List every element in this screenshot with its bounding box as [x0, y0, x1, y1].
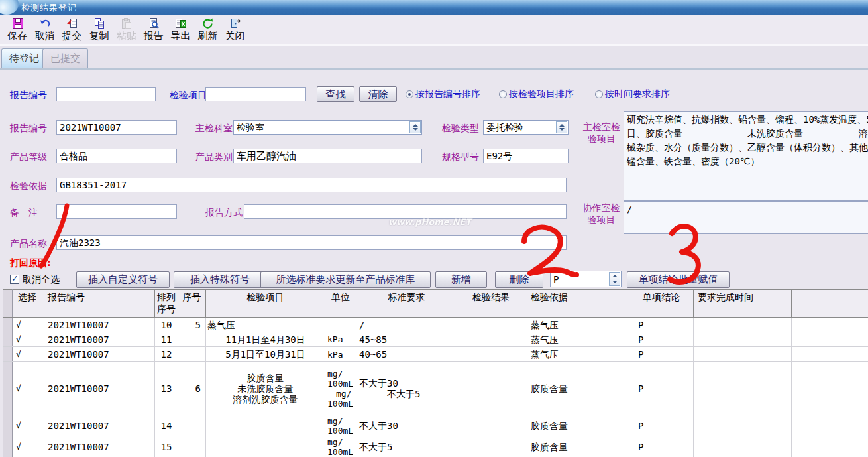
- cell-seq: [178, 436, 206, 457]
- insert-custom-symbol-button[interactable]: 插入自定义符号: [76, 271, 170, 288]
- cell-std: 不大于5: [356, 436, 457, 457]
- column-header[interactable]: 检验项目: [206, 290, 325, 318]
- cell-sel[interactable]: √: [13, 415, 42, 436]
- close-button[interactable]: 关闭: [221, 17, 248, 42]
- table-row[interactable]: √2021WT10007125月1日至10月31日kPa40~65蒸气压P: [3, 347, 868, 362]
- main-dept-label: 主检科室: [195, 123, 233, 135]
- radio-icon: [595, 90, 603, 98]
- cell-concl: P: [629, 318, 694, 332]
- remark-field[interactable]: [56, 204, 177, 219]
- column-header[interactable]: 要求完成时间: [694, 290, 792, 318]
- cell-seq: [178, 332, 206, 347]
- spec-label: 规格型号: [442, 151, 479, 163]
- combo-spinner-icon[interactable]: [556, 121, 567, 133]
- column-header[interactable]: 标准要求: [356, 290, 457, 318]
- column-header[interactable]: 排列序号: [155, 290, 178, 318]
- cell-unit: mg/ 100mL: [325, 415, 356, 436]
- results-table: 选择报告编号排列序号序号检验项目单位标准要求检验结果检验依据单项结论要求完成时间…: [3, 289, 868, 457]
- cell-item: [206, 415, 325, 436]
- delete-button[interactable]: 删除: [495, 271, 543, 288]
- column-header[interactable]: 报告编号: [42, 290, 155, 318]
- sort-by-time-radio[interactable]: 按时间要求排序: [595, 88, 670, 100]
- tab-pending[interactable]: 待登记: [1, 48, 47, 68]
- cell-sel[interactable]: √: [13, 347, 42, 362]
- cell-result: [457, 347, 525, 362]
- row-gutter: [3, 318, 13, 332]
- cell-unit: [325, 318, 356, 332]
- column-header[interactable]: 检验结果: [457, 290, 525, 318]
- cell-report: 2021WT10007: [42, 347, 155, 362]
- report-no-field[interactable]: 2021WT10007: [56, 120, 177, 135]
- cell-sel[interactable]: √: [13, 436, 42, 457]
- table-row[interactable]: √2021WT1000715mg/ 100mL不大于5胶质含量P: [3, 436, 868, 457]
- cell-extra: [792, 436, 868, 457]
- cell-extra: [792, 318, 868, 332]
- refresh-button[interactable]: 刷新: [194, 17, 221, 42]
- row-gutter: [3, 362, 13, 415]
- basis-field[interactable]: GB18351-2017: [56, 178, 567, 192]
- combo-spinner-icon[interactable]: [609, 272, 620, 286]
- table-row[interactable]: √2021WT100071111月1日至4月30日kPa45~85蒸气压P: [3, 332, 868, 347]
- tab-submitted[interactable]: 已提交: [42, 48, 88, 68]
- coop-items-label: 协作室检 验项目: [580, 202, 622, 226]
- reject-reason-label: 打回原因:: [10, 257, 51, 269]
- cell-sel[interactable]: √: [13, 318, 42, 332]
- batch-assign-button[interactable]: 单项结论批量赋值: [627, 271, 730, 288]
- cell-order: 11: [155, 332, 178, 347]
- table-row[interactable]: √2021WT10007105蒸气压/蒸气压P: [3, 318, 868, 332]
- product-name-field[interactable]: 汽油2323: [56, 235, 567, 250]
- cell-std: 不大于30: [356, 415, 457, 436]
- paste-button[interactable]: 粘贴: [113, 17, 140, 42]
- inspect-type-combo[interactable]: 委托检验: [483, 120, 569, 135]
- column-header[interactable]: [792, 290, 868, 318]
- report-button[interactable]: 报告: [140, 17, 167, 42]
- cell-unit: kPa: [325, 347, 356, 362]
- table-row[interactable]: √2021WT1000714mg/ 100mL不大于30胶质含量P: [3, 415, 868, 436]
- cell-basis: 胶质含量: [525, 415, 629, 436]
- column-header[interactable]: 序号: [178, 290, 206, 318]
- find-button[interactable]: 查找: [317, 86, 354, 102]
- cell-order: 10: [155, 318, 178, 332]
- search-item-input[interactable]: [205, 87, 306, 101]
- undo-button[interactable]: 取消: [31, 17, 58, 42]
- row-gutter: [3, 436, 13, 457]
- remark-label: 备 注: [10, 207, 38, 219]
- clear-button[interactable]: 清除: [359, 86, 397, 102]
- column-header[interactable]: 单位: [325, 290, 356, 318]
- copy-button[interactable]: 复制: [85, 17, 113, 42]
- column-header[interactable]: 检验依据: [525, 290, 629, 318]
- cell-order: 12: [155, 347, 178, 362]
- save-button[interactable]: 保存: [4, 17, 31, 42]
- update-standard-button[interactable]: 所选标准要求更新至产品标准库: [260, 271, 431, 288]
- column-header[interactable]: 选择: [13, 290, 42, 318]
- category-field[interactable]: 车用乙醇汽油: [233, 149, 422, 163]
- app-logo-icon: [0, 0, 19, 15]
- submit-button[interactable]: 提交: [58, 17, 85, 42]
- cell-concl: P: [629, 415, 694, 436]
- sort-by-item-radio[interactable]: 按检验项目排序: [499, 88, 574, 100]
- cell-basis: 胶质含量: [525, 436, 629, 457]
- cell-extra: [792, 362, 868, 415]
- add-button[interactable]: 新增: [435, 271, 487, 288]
- cell-item: 蒸气压: [206, 318, 325, 332]
- select-all-checkbox[interactable]: [10, 275, 19, 284]
- cell-result: [457, 436, 525, 457]
- cell-sel[interactable]: √: [13, 362, 42, 415]
- main-items-textarea[interactable]: 研究法辛烷值、抗爆指数、铅含量、馏程、10%蒸发温度、50%蒸 日、胶质含量 未…: [624, 111, 868, 201]
- insert-special-symbol-button[interactable]: 插入特殊符号: [174, 271, 266, 288]
- column-header[interactable]: 单项结论: [629, 290, 694, 318]
- cell-order: 13: [155, 362, 178, 415]
- sort-by-report-radio[interactable]: 按报告编号排序: [406, 88, 480, 100]
- conclusion-combo[interactable]: P: [550, 271, 622, 287]
- product-name-label: 产品名称: [10, 238, 47, 250]
- main-dept-combo[interactable]: 检验室: [233, 120, 422, 135]
- search-report-no-input[interactable]: [56, 87, 156, 101]
- combo-spinner-icon[interactable]: [409, 121, 421, 133]
- coop-items-textarea[interactable]: /: [624, 201, 868, 234]
- export-button[interactable]: 导出: [167, 17, 194, 42]
- grade-field[interactable]: 合格品: [56, 149, 177, 163]
- paste-icon: [113, 17, 140, 30]
- spec-field[interactable]: E92号: [483, 149, 569, 163]
- cell-sel[interactable]: √: [13, 332, 42, 347]
- table-row[interactable]: √2021WT10007136胶质含量 未洗胶质含量 溶剂洗胶质含量mg/ 10…: [3, 362, 868, 415]
